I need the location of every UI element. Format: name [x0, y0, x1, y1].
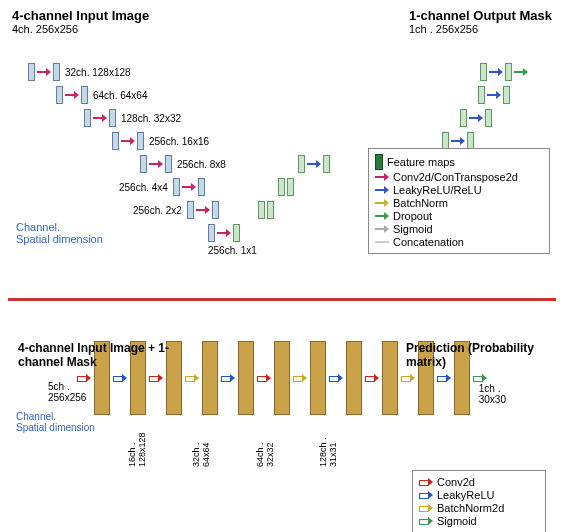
conv-arrow-icon: [93, 114, 107, 122]
batchnorm-arrow-icon: [375, 199, 389, 207]
enc-block: [140, 155, 147, 173]
legend-label: Conv2d/ConTranspose2d: [393, 171, 518, 183]
concat-line-icon: [375, 241, 389, 243]
conv-arrow-icon: [257, 374, 271, 382]
discriminator-diagram: 4-channel Input Image + 1-channel Mask P…: [8, 341, 556, 532]
legend-label: Sigmoid: [393, 223, 433, 235]
dec-block: [278, 178, 285, 196]
disc-input-sp: 256x256: [48, 392, 86, 403]
enc-block: [198, 178, 205, 196]
dec-block: [478, 86, 485, 104]
legend-label: Feature maps: [387, 156, 455, 168]
dec-block: [480, 63, 487, 81]
level-label: 256ch. 1x1: [208, 245, 257, 256]
conv-arrow-icon: [365, 374, 379, 382]
disc-input-title: 4-channel Input Image + 1-channel Mask: [18, 341, 188, 369]
conv-arrow-icon: [196, 206, 210, 214]
disc-block: [310, 341, 326, 415]
dropout-arrow-icon: [375, 212, 389, 220]
dec-block: [323, 155, 330, 173]
axis-spatial-label: Spatial dimension: [16, 233, 103, 245]
conv-arrow-icon: [65, 91, 79, 99]
conv-arrow-icon: [217, 229, 231, 237]
relu-arrow-icon: [437, 374, 451, 382]
layer-label: 128ch . 31x31: [319, 417, 339, 467]
input-title: 4-channel Input Image: [12, 8, 149, 23]
dec-block: [460, 109, 467, 127]
input-dims: 4ch. 256x256: [12, 23, 149, 35]
enc-block: [84, 109, 91, 127]
relu-arrow-icon: [469, 114, 483, 122]
legend-label: Sigmoid: [437, 515, 477, 527]
legend-label: Conv2d: [437, 476, 475, 488]
sigmoid-arrow-icon: [375, 225, 389, 233]
enc-block: [173, 178, 180, 196]
output-title: 1-channel Output Mask: [409, 8, 552, 23]
level-label: 256ch. 2x2: [133, 205, 182, 216]
legend-label: BatchNorm: [393, 197, 448, 209]
conv-arrow-icon: [121, 137, 135, 145]
conv-arrow-icon: [419, 478, 433, 486]
enc-block: [165, 155, 172, 173]
bn-arrow-icon: [401, 374, 415, 382]
conv-arrow-icon: [182, 183, 196, 191]
enc-block: [81, 86, 88, 104]
disc-output-title: Prediction (Probability matrix): [406, 341, 546, 369]
enc-block: [137, 132, 144, 150]
layer-label: 16ch . 128x128: [128, 417, 148, 467]
relu-arrow-icon: [307, 160, 321, 168]
dec-block: [503, 86, 510, 104]
layer-label: 64ch . 32x32: [256, 417, 276, 467]
relu-arrow-icon: [419, 491, 433, 499]
level-label: 256ch. 4x4: [119, 182, 168, 193]
level-label: 256ch. 8x8: [177, 159, 226, 170]
dec-block: [505, 63, 512, 81]
dec-block: [287, 178, 294, 196]
relu-arrow-icon: [375, 186, 389, 194]
axis-spatial-label: Spatial dimension: [16, 422, 95, 433]
relu-arrow-icon: [221, 374, 235, 382]
level-label: 32ch. 128x128: [65, 67, 131, 78]
legend-label: Dropout: [393, 210, 432, 222]
level-label: 64ch. 64x64: [93, 90, 148, 101]
sigmoid-arrow-icon: [419, 517, 433, 525]
disc-block: [382, 341, 398, 415]
dec-block: [267, 201, 274, 219]
enc-block: [208, 224, 215, 242]
bn-arrow-icon: [293, 374, 307, 382]
enc-block: [112, 132, 119, 150]
bn-arrow-icon: [185, 374, 199, 382]
enc-block: [28, 63, 35, 81]
generator-diagram: 4-channel Input Image 4ch. 256x256 1-cha…: [8, 8, 556, 301]
level-label: 256ch. 16x16: [149, 136, 209, 147]
sigmoid-arrow-icon: [514, 68, 528, 76]
dec-block: [258, 201, 265, 219]
legend-label: LeakyReLU: [437, 489, 494, 501]
disc-block: [346, 341, 362, 415]
enc-block: [56, 86, 63, 104]
dec-block: [233, 224, 240, 242]
conv-arrow-icon: [375, 173, 389, 181]
relu-arrow-icon: [489, 68, 503, 76]
conv-arrow-icon: [149, 160, 163, 168]
level-label: 128ch. 32x32: [121, 113, 181, 124]
enc-block: [109, 109, 116, 127]
legend-label: LeakyReLU/ReLU: [393, 184, 482, 196]
sigmoid-arrow-icon: [473, 374, 487, 382]
disc-output-sp: 30x30: [479, 394, 506, 405]
disc-input-ch: 5ch .: [48, 381, 86, 392]
conv-arrow-icon: [37, 68, 51, 76]
dec-block: [485, 109, 492, 127]
disc-output-ch: 1ch .: [479, 383, 506, 394]
relu-arrow-icon: [451, 137, 465, 145]
disc-block: [202, 341, 218, 415]
conv-arrow-icon: [149, 374, 163, 382]
conv-arrow-icon: [77, 374, 91, 382]
legend-label: Concatenation: [393, 236, 464, 248]
relu-arrow-icon: [113, 374, 127, 382]
generator-legend: Feature maps Conv2d/ConTranspose2d Leaky…: [368, 148, 550, 254]
axis-channel-label: Channel.: [16, 411, 95, 422]
disc-block: [238, 341, 254, 415]
enc-block: [187, 201, 194, 219]
discriminator-legend: Conv2d LeakyReLU BatchNorm2d Sigmoid: [412, 470, 546, 532]
